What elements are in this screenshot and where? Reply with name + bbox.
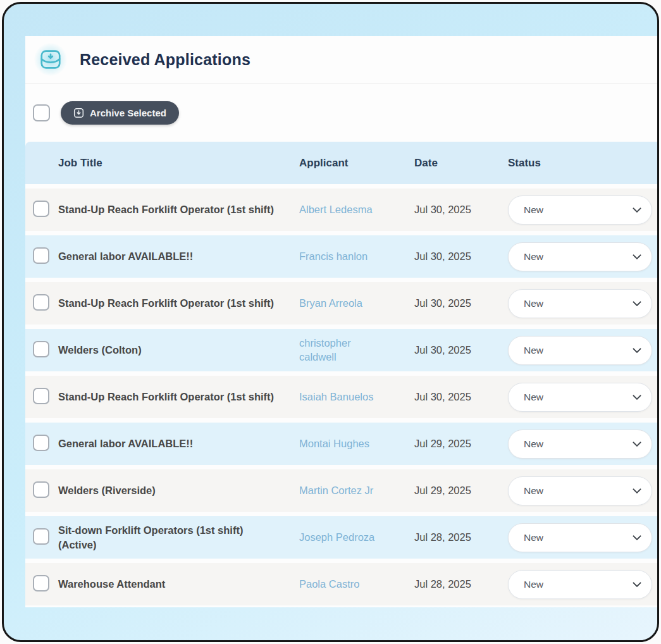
application-date: Jul 28, 2025 [414,531,508,543]
status-select-wrap: New [508,523,652,552]
applicant-link[interactable]: Montai Hughes [299,437,414,450]
job-title-text: General labor AVAILABLE!! [58,249,299,263]
table-row: Sit-down Forklift Operators (1st shift) … [25,516,657,559]
applicant-link[interactable]: Paola Castro [299,578,414,591]
status-select-wrap: New [508,242,652,271]
status-select[interactable]: New [508,430,652,459]
status-select[interactable]: New [508,242,652,271]
row-checkbox-cell [33,247,58,266]
select-all-checkbox[interactable] [33,104,50,121]
status-select[interactable]: New [508,336,652,365]
status-select[interactable]: New [508,570,652,599]
row-checkbox-cell [33,481,58,500]
table-row: Stand-Up Reach Forklift Operator (1st sh… [25,189,657,231]
row-checkbox-cell [33,201,58,220]
inbox-arrow-down-icon [34,43,67,76]
applicant-link[interactable]: Francis hanlon [299,250,414,263]
page-title: Received Applications [80,51,250,69]
row-checkbox[interactable] [33,388,49,404]
status-select[interactable]: New [508,289,652,318]
applicant-link[interactable]: Bryan Arreola [299,297,414,310]
status-select[interactable]: New [508,523,652,552]
applicant-name: Francis hanlon [299,250,368,263]
table-row: Stand-Up Reach Forklift Operator (1st sh… [25,282,657,325]
column-header-applicant: Applicant [299,157,414,170]
table-row: General labor AVAILABLE!! Montai Hughes … [25,423,657,465]
app-frame: Received Applications Archive Selected J… [2,2,659,642]
job-title-text: Welders (Colton) [58,343,299,357]
application-date: Jul 30, 2025 [414,204,508,216]
table-row: Welders (Colton) christopher caldwell Ju… [25,329,657,371]
applicant-name: Paola Castro [299,578,359,591]
applicant-link[interactable]: Isaiah Banuelos [299,390,414,404]
row-checkbox[interactable] [33,341,49,357]
job-title-text: General labor AVAILABLE!! [58,437,299,450]
application-date: Jul 30, 2025 [414,344,508,356]
applicant-name: Isaiah Banuelos [299,390,373,404]
row-checkbox[interactable] [33,247,49,264]
archive-selected-button[interactable]: Archive Selected [61,101,179,125]
column-header-date: Date [414,157,508,170]
applicant-link[interactable]: Joseph Pedroza [299,531,414,544]
row-checkbox[interactable] [33,481,49,498]
archive-box-icon [73,108,84,118]
column-header-status: Status [508,157,652,170]
received-applications-panel: Received Applications Archive Selected J… [25,36,657,607]
applicant-name: Martin Cortez Jr [299,484,373,497]
row-checkbox[interactable] [33,575,49,591]
application-date: Jul 30, 2025 [414,391,508,403]
row-checkbox-cell [33,294,58,313]
applicant-link[interactable]: Albert Ledesma [299,203,414,216]
job-title-text: Stand-Up Reach Forklift Operator (1st sh… [58,202,299,216]
job-title-text: Stand-Up Reach Forklift Operator (1st sh… [58,296,299,310]
application-date: Jul 29, 2025 [414,485,508,497]
applicant-name: Bryan Arreola [299,297,362,310]
column-header-job-title: Job Title [58,157,299,170]
application-date: Jul 29, 2025 [414,438,508,450]
status-select-wrap: New [508,383,652,412]
row-checkbox-cell [33,435,58,454]
row-checkbox-cell [33,388,58,407]
applicant-name: Montai Hughes [299,437,369,450]
status-select-wrap: New [508,430,652,459]
table-row: General labor AVAILABLE!! Francis hanlon… [25,235,657,278]
status-select[interactable]: New [508,383,652,412]
row-checkbox-cell [33,528,58,547]
status-select-wrap: New [508,195,652,225]
application-date: Jul 30, 2025 [414,251,508,263]
job-title-text: Warehouse Attendant [58,577,299,591]
applicant-name: christopher caldwell [299,337,388,364]
table-header-row: Job Title Applicant Date Status [25,142,657,184]
status-select[interactable]: New [508,195,652,225]
table-row: Warehouse Attendant Paola Castro Jul 28,… [25,563,657,605]
application-date: Jul 28, 2025 [414,578,508,590]
title-bar: Received Applications [25,36,657,84]
job-title-text: Stand-Up Reach Forklift Operator (1st sh… [58,390,299,404]
status-select[interactable]: New [508,476,652,505]
status-select-wrap: New [508,570,652,599]
applicant-name: Joseph Pedroza [299,531,374,544]
job-title-text: Sit-down Forklift Operators (1st shift) … [58,523,299,552]
table-row: Stand-Up Reach Forklift Operator (1st sh… [25,376,657,418]
row-checkbox[interactable] [33,528,49,545]
applications-list: Stand-Up Reach Forklift Operator (1st sh… [25,189,657,605]
applicant-link[interactable]: Martin Cortez Jr [299,484,414,497]
row-checkbox[interactable] [33,201,49,217]
application-date: Jul 30, 2025 [414,297,508,309]
status-select-wrap: New [508,476,652,505]
row-checkbox[interactable] [33,294,49,311]
applicant-name: Albert Ledesma [299,203,373,216]
status-select-wrap: New [508,289,652,318]
table-row: Welders (Riverside) Martin Cortez Jr Jul… [25,469,657,512]
job-title-text: Welders (Riverside) [58,483,299,497]
archive-selected-label: Archive Selected [90,108,166,118]
row-checkbox[interactable] [33,435,49,451]
row-checkbox-cell [33,575,58,594]
applicant-link[interactable]: christopher caldwell [299,337,414,364]
status-select-wrap: New [508,336,652,365]
bulk-actions-bar: Archive Selected [25,84,657,142]
row-checkbox-cell [33,341,58,360]
